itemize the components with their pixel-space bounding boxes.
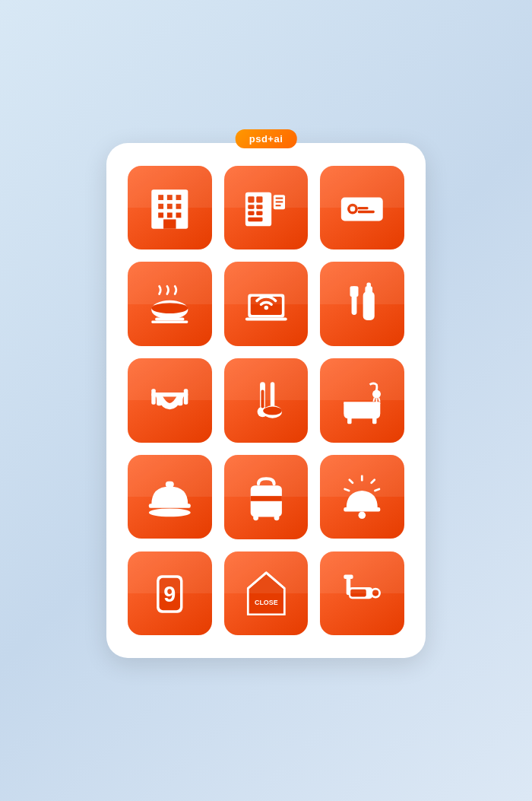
svg-line-55 [379,398,380,402]
remote-control-tile[interactable]: 9 [128,551,212,636]
svg-rect-59 [166,482,174,488]
svg-rect-56 [347,418,351,424]
svg-line-69 [375,489,379,491]
svg-rect-71 [344,507,381,511]
hotel-building-tile[interactable] [128,166,212,250]
svg-rect-18 [248,217,262,221]
svg-point-63 [253,515,258,520]
svg-rect-9 [176,212,182,218]
toiletries-tile[interactable] [320,262,404,346]
svg-rect-1 [158,195,163,200]
svg-text:9: 9 [163,581,176,606]
svg-rect-2 [167,195,173,200]
icon-grid: 9 CLOSE [128,166,404,635]
plunger-tile[interactable] [224,358,309,443]
security-camera-tile[interactable] [320,551,404,636]
svg-rect-48 [261,390,264,408]
close-sign-tile[interactable]: CLOSE [224,551,309,636]
svg-rect-31 [151,320,188,323]
luggage-icon [240,471,293,523]
svg-rect-62 [250,496,281,500]
room-service-tile[interactable] [128,455,212,539]
phone-fax-tile[interactable] [224,166,309,250]
svg-line-67 [372,480,375,483]
phone-fax-icon [240,182,293,234]
svg-rect-15 [256,205,262,208]
svg-rect-26 [358,211,375,213]
svg-rect-22 [275,205,280,206]
svg-rect-5 [167,204,173,209]
hot-food-tile[interactable] [128,262,212,346]
svg-rect-57 [372,418,376,424]
svg-point-52 [372,390,381,399]
remote-control-icon: 9 [144,567,196,620]
svg-rect-37 [350,286,359,297]
svg-rect-35 [245,317,287,320]
svg-rect-19 [274,195,285,209]
svg-point-29 [151,303,188,313]
svg-point-83 [371,587,382,598]
svg-rect-21 [275,201,283,202]
svg-point-60 [149,508,191,517]
security-camera-icon [336,567,388,620]
svg-line-80 [266,572,284,588]
badge-label: psd+ai [236,129,297,148]
svg-rect-45 [178,394,183,405]
svg-rect-13 [256,196,262,202]
svg-rect-65 [250,500,281,501]
svg-point-64 [274,515,279,520]
luggage-tile[interactable] [224,455,309,539]
svg-rect-20 [275,197,283,199]
svg-rect-41 [151,393,188,396]
svg-marker-77 [248,572,284,614]
plunger-icon [240,374,293,427]
icon-card: psd+ai [106,143,426,658]
svg-rect-44 [157,394,162,405]
close-sign-icon: CLOSE [240,567,293,620]
svg-rect-40 [367,282,371,288]
svg-rect-8 [167,212,173,218]
svg-rect-58 [149,504,191,507]
svg-rect-36 [352,286,357,315]
toiletries-icon [336,278,388,331]
svg-line-79 [248,572,266,588]
svg-rect-42 [151,389,155,405]
svg-point-84 [372,590,378,596]
alarm-bell-tile[interactable] [320,455,404,539]
svg-rect-81 [347,577,350,595]
svg-line-70 [345,489,349,491]
wifi-laptop-tile[interactable] [224,262,309,346]
svg-rect-82 [350,587,373,599]
room-service-icon [144,471,196,523]
svg-rect-3 [176,195,182,200]
svg-point-34 [264,305,268,309]
hot-food-icon [144,278,196,331]
svg-rect-14 [248,205,254,208]
svg-rect-61 [250,485,281,517]
wifi-laptop-icon [240,278,293,331]
svg-rect-27 [358,207,369,209]
towel-rack-icon [144,374,196,427]
svg-point-72 [359,511,366,519]
key-card-tile[interactable] [320,166,404,250]
towel-rack-tile[interactable] [128,358,212,443]
svg-rect-12 [248,196,254,202]
svg-rect-4 [158,204,163,209]
svg-point-51 [263,407,282,415]
svg-point-25 [350,206,356,211]
alarm-bell-icon [336,471,388,523]
svg-rect-85 [344,574,353,578]
svg-rect-30 [155,317,184,320]
svg-rect-17 [256,211,262,215]
svg-line-53 [374,398,375,402]
key-card-icon [336,182,388,234]
bathtub-icon [336,374,388,427]
svg-rect-6 [176,204,182,209]
svg-rect-86 [351,589,367,596]
bathtub-tile[interactable] [320,358,404,443]
svg-rect-10 [163,219,176,228]
svg-rect-7 [158,212,163,218]
svg-rect-39 [366,286,373,294]
svg-rect-38 [363,291,375,320]
hotel-building-icon [144,182,196,234]
